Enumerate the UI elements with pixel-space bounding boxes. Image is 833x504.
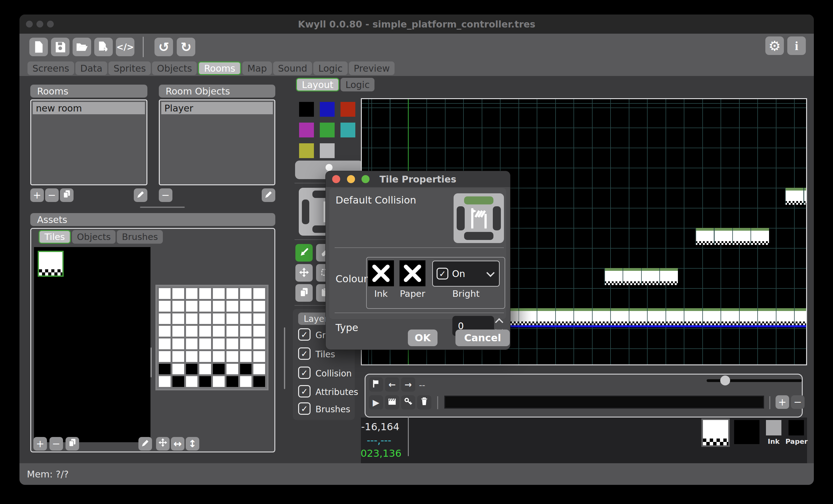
palette-swatch-magenta[interactable]	[299, 123, 314, 137]
ink-colour-button[interactable]	[368, 260, 394, 286]
pixel-cell[interactable]	[240, 376, 252, 387]
pixel-cell[interactable]	[227, 288, 238, 299]
tab-screens[interactable]: Screens	[27, 61, 74, 75]
pixel-cell[interactable]	[213, 338, 224, 349]
step-back-button[interactable]: ←	[385, 377, 399, 392]
new-file-button[interactable]	[29, 38, 48, 56]
tab-sprites[interactable]: Sprites	[109, 61, 151, 75]
tab-data[interactable]: Data	[75, 61, 108, 75]
layer-tiles-checkbox[interactable]: ✓	[298, 347, 311, 360]
pixel-cell[interactable]	[199, 313, 211, 324]
pixel-cell[interactable]	[199, 326, 211, 336]
pixel-cell[interactable]	[172, 313, 184, 324]
tile-panel-splitter[interactable]	[150, 347, 152, 377]
pixel-cell[interactable]	[213, 288, 224, 299]
step-forward-button[interactable]: →	[401, 377, 415, 392]
pixel-cell[interactable]	[253, 313, 265, 324]
pixel-cell[interactable]	[186, 326, 198, 336]
pixel-cell[interactable]	[253, 351, 265, 362]
pixel-cell[interactable]	[240, 301, 252, 311]
collision-right-edge[interactable]	[493, 206, 501, 230]
pixel-cell[interactable]	[199, 351, 211, 362]
pixel-cell[interactable]	[159, 376, 170, 387]
pixel-cell[interactable]	[159, 301, 170, 311]
zoom-in-button[interactable]: +	[776, 395, 789, 409]
room-list-item[interactable]: new room	[33, 102, 145, 114]
add-room-button[interactable]: +	[30, 188, 44, 202]
cancel-button[interactable]: Cancel	[455, 329, 510, 346]
tab-tiles[interactable]: Tiles	[39, 230, 71, 244]
flip-horizontal-button[interactable]: ↔	[171, 437, 185, 451]
move-view-tool-button[interactable]	[295, 264, 313, 282]
column-splitter-handle[interactable]	[284, 327, 285, 389]
layer-grid-checkbox[interactable]: ✓	[298, 328, 311, 341]
room-objects-list[interactable]: Player	[159, 99, 275, 185]
pixel-cell[interactable]	[186, 301, 198, 311]
pixel-cell[interactable]	[213, 364, 224, 375]
flag-button[interactable]	[369, 377, 383, 392]
pixel-cell[interactable]	[172, 301, 184, 311]
pixel-cell[interactable]	[240, 364, 252, 375]
pixel-cell[interactable]	[172, 351, 184, 362]
pixel-cell[interactable]	[172, 288, 184, 299]
key-button[interactable]	[401, 395, 415, 409]
animation-button[interactable]	[385, 395, 399, 409]
undo-button[interactable]: ↺	[154, 38, 173, 56]
remove-room-button[interactable]: −	[45, 188, 59, 202]
pixel-cell[interactable]	[253, 326, 265, 336]
remove-tile-button[interactable]: −	[49, 437, 63, 451]
pixel-cell[interactable]	[240, 288, 252, 299]
layer-collision-checkbox[interactable]: ✓	[298, 367, 311, 379]
bright-dropdown[interactable]: ✓ On	[432, 261, 500, 286]
tab-rooms[interactable]: Rooms	[198, 61, 241, 75]
layer-brushes-checkbox[interactable]: ✓	[298, 402, 311, 415]
tab-objects[interactable]: Objects	[152, 61, 197, 75]
open-button[interactable]	[73, 38, 91, 56]
pixel-cell[interactable]	[227, 364, 238, 375]
select-tool-button[interactable]	[295, 244, 313, 261]
code-button[interactable]: </>	[116, 38, 135, 56]
export-button[interactable]	[94, 38, 113, 56]
pixel-cell[interactable]	[159, 364, 170, 375]
pixel-cell[interactable]	[199, 338, 211, 349]
pixel-cell[interactable]	[240, 313, 252, 324]
palette-swatch-blue[interactable]	[320, 102, 335, 117]
pixel-cell[interactable]	[240, 326, 252, 336]
pixel-cell[interactable]	[213, 313, 224, 324]
tab-logic[interactable]: Logic	[313, 61, 347, 75]
play-button[interactable]: ▶	[369, 395, 383, 409]
pixel-cell[interactable]	[159, 326, 170, 336]
tab-asset-objects[interactable]: Objects	[72, 230, 116, 244]
pixel-cell[interactable]	[253, 301, 265, 311]
palette-swatch-red[interactable]	[340, 102, 355, 117]
add-tile-button[interactable]: +	[33, 437, 47, 451]
palette-swatch-black[interactable]	[299, 102, 314, 117]
collision-bottom-edge[interactable]	[464, 232, 494, 240]
edit-room-object-button[interactable]	[262, 188, 275, 202]
pixel-cell[interactable]	[186, 288, 198, 299]
pixel-cell[interactable]	[186, 313, 198, 324]
rooms-list[interactable]: new room	[30, 99, 147, 185]
palette-swatch-gray[interactable]	[320, 143, 335, 158]
save-button[interactable]	[51, 38, 70, 56]
pixel-cell[interactable]	[253, 364, 265, 375]
pixel-cell[interactable]	[253, 376, 265, 387]
pixel-cell[interactable]	[199, 288, 211, 299]
default-collision-widget[interactable]	[454, 193, 504, 243]
bright-checkbox[interactable]: ✓	[436, 268, 448, 279]
palette-swatch-olive[interactable]	[299, 143, 314, 158]
pixel-cell[interactable]	[227, 326, 238, 336]
pixel-cell[interactable]	[227, 351, 238, 362]
duplicate-tile-button[interactable]	[66, 437, 79, 451]
palette-swatch-green[interactable]	[320, 123, 335, 137]
paper-color-swatch[interactable]	[788, 420, 804, 435]
pixel-cell[interactable]	[199, 376, 211, 387]
redo-button[interactable]: ↻	[177, 38, 195, 56]
pixel-cell[interactable]	[213, 326, 224, 336]
pixel-cell[interactable]	[213, 301, 224, 311]
pixel-cell[interactable]	[213, 376, 224, 387]
pixel-cell[interactable]	[159, 288, 170, 299]
tab-layout[interactable]: Layout	[296, 78, 339, 92]
pixel-cell[interactable]	[253, 338, 265, 349]
rename-room-button[interactable]	[134, 188, 147, 202]
